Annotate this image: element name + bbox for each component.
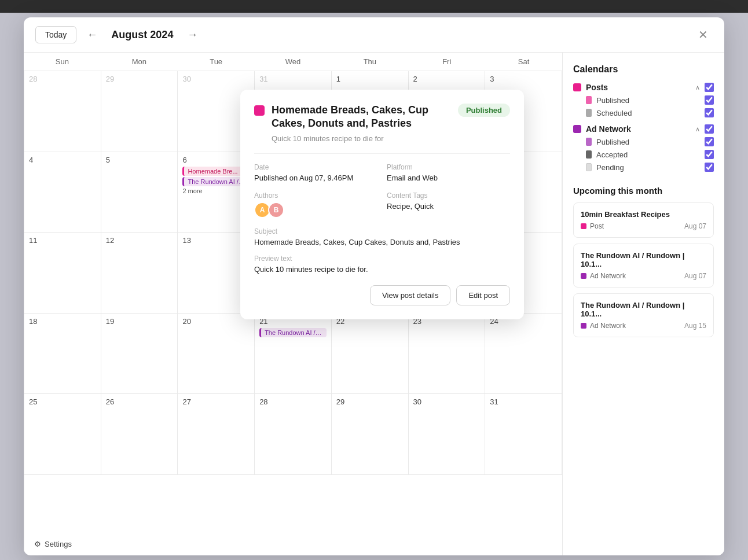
event-popup: Homemade Breads, Cakes, Cup Cakes, Donut… <box>240 90 524 319</box>
today-button[interactable]: Today <box>35 26 76 43</box>
upcoming-2-type: Ad Network <box>590 272 681 280</box>
popup-subject-field: Subject Homemade Breads, Cakes, Cup Cake… <box>254 227 510 246</box>
day-header-wed: Wed <box>255 53 332 71</box>
month-nav: ← August 2024 → <box>82 27 202 42</box>
upcoming-3-type: Ad Network <box>590 322 681 330</box>
adnetwork-group-header[interactable]: Ad Network ∧ <box>573 124 714 134</box>
posts-published-label: Published <box>596 96 700 105</box>
popup-authors-label: Authors <box>254 191 377 200</box>
upcoming-2-date: Aug 07 <box>684 272 706 280</box>
posts-published-item[interactable]: Published <box>573 94 714 106</box>
adnetwork-published-dot <box>586 138 592 146</box>
posts-checkbox[interactable] <box>705 83 714 92</box>
adnetwork-accepted-checkbox[interactable] <box>705 150 714 159</box>
upcoming-card-2[interactable]: The Rundown AI / Rundown | 10.1... Ad Ne… <box>573 244 714 288</box>
upcoming-1-type: Post <box>590 222 681 230</box>
cal-cell[interactable]: 11 <box>24 233 101 314</box>
upcoming-card-1[interactable]: 10min Breakfast Recipes Post Aug 07 <box>573 202 714 238</box>
cal-cell[interactable]: 28 <box>24 71 101 152</box>
upcoming-card-1-meta: Post Aug 07 <box>581 222 706 230</box>
top-bar <box>0 0 748 13</box>
calendar-header: Today ← August 2024 → ✕ <box>24 17 724 53</box>
popup-date-label: Date <box>254 163 377 171</box>
cal-cell-21[interactable]: 21 The Rundown AI / Rundown | 10.14... <box>255 314 332 395</box>
posts-scheduled-item[interactable]: Scheduled <box>573 107 714 119</box>
author-avatars: A B <box>254 202 377 218</box>
day-header-sat: Sat <box>485 53 562 71</box>
cal-cell[interactable]: 29 <box>101 71 178 152</box>
adnetwork-accepted-item[interactable]: Accepted <box>573 149 714 160</box>
adnetwork-pending-label: Pending <box>596 163 700 172</box>
next-month-button[interactable]: → <box>182 27 202 42</box>
adnetwork-published-label: Published <box>596 138 700 146</box>
cal-cell[interactable]: 4 <box>24 152 101 233</box>
cal-cell[interactable]: 24 <box>485 314 562 395</box>
adnetwork-label: Ad Network <box>586 124 691 134</box>
settings-gear-icon: ⚙ <box>34 540 41 548</box>
popup-subject-label: Subject <box>254 227 510 235</box>
popup-actions: View post details Edit post <box>254 285 510 305</box>
close-button[interactable]: ✕ <box>694 25 713 44</box>
upcoming-1-dot <box>581 223 586 229</box>
upcoming-card-3-title: The Rundown AI / Rundown | 10.1... <box>581 301 706 318</box>
cal-cell[interactable]: 28 <box>255 394 332 475</box>
settings-label: Settings <box>45 540 72 548</box>
event-homemade[interactable]: Homemade Bre... 9.46 PM <box>182 167 250 176</box>
posts-chevron-icon: ∧ <box>695 84 700 91</box>
adnetwork-accepted-label: Accepted <box>596 150 700 159</box>
published-badge: Published <box>458 104 510 117</box>
day-headers: Sun Mon Tue Wed Thu Fri Sat <box>24 53 562 71</box>
prev-month-button[interactable]: ← <box>82 27 102 42</box>
popup-header: Homemade Breads, Cakes, Cup Cakes, Donut… <box>254 104 510 131</box>
popup-authors-field: Authors A B <box>254 191 377 218</box>
calendar-sidebar: Calendars Posts ∧ Published <box>562 53 724 555</box>
popup-date-field: Date Published on Aug 07, 9.46PM <box>254 163 377 182</box>
avatar-2: B <box>268 202 284 218</box>
adnetwork-checkbox[interactable] <box>705 124 714 134</box>
event-rundown-1[interactable]: The Rundown AI / Rundown | 10.1... <box>182 177 250 186</box>
event-rundown-21[interactable]: The Rundown AI / Rundown | 10.14... <box>259 328 327 337</box>
edit-post-button[interactable]: Edit post <box>456 285 510 305</box>
cal-cell[interactable]: 23 <box>409 314 486 395</box>
upcoming-card-2-meta: Ad Network Aug 07 <box>581 272 706 280</box>
adnetwork-pending-checkbox[interactable] <box>705 163 714 172</box>
popup-subtitle: Quick 10 minutes recipe to die for <box>272 134 510 143</box>
cal-cell[interactable]: 5 <box>101 152 178 233</box>
cal-cell[interactable]: 27 <box>178 394 255 475</box>
posts-scheduled-checkbox[interactable] <box>705 108 714 117</box>
cal-cell[interactable]: 20 <box>178 314 255 395</box>
upcoming-card-3[interactable]: The Rundown AI / Rundown | 10.1... Ad Ne… <box>573 293 714 337</box>
posts-published-dot <box>586 96 592 104</box>
popup-tags-field: Content tags Recipe, Quick <box>387 191 510 218</box>
cal-cell[interactable]: 29 <box>332 394 409 475</box>
upcoming-title: Upcoming this month <box>573 186 714 196</box>
settings-footer[interactable]: ⚙ Settings <box>34 540 72 548</box>
cal-cell[interactable]: 31 <box>485 394 562 475</box>
view-post-details-button[interactable]: View post details <box>370 285 450 305</box>
adnetwork-published-checkbox[interactable] <box>705 137 714 146</box>
cal-cell[interactable]: 12 <box>101 233 178 314</box>
upcoming-card-2-title: The Rundown AI / Rundown | 10.1... <box>581 251 706 268</box>
cal-cell[interactable]: 18 <box>24 314 101 395</box>
cal-cell[interactable]: 30 <box>409 394 486 475</box>
day-header-sun: Sun <box>24 53 101 71</box>
popup-preview-value: Quick 10 minutes recipe to die for. <box>254 265 510 274</box>
day-header-thu: Thu <box>331 53 408 71</box>
cal-cell[interactable]: 22 <box>332 314 409 395</box>
more-events-link[interactable]: 2 more <box>182 187 250 194</box>
adnetwork-pending-item[interactable]: Pending <box>573 161 714 173</box>
popup-color-dot <box>254 105 265 116</box>
cal-cell[interactable]: 19 <box>101 314 178 395</box>
cal-cell[interactable]: 26 <box>101 394 178 475</box>
posts-dot <box>573 83 581 91</box>
posts-label: Posts <box>586 83 691 92</box>
adnetwork-pending-dot <box>586 163 592 171</box>
adnetwork-published-item[interactable]: Published <box>573 136 714 148</box>
posts-scheduled-dot <box>586 109 592 117</box>
posts-group-header[interactable]: Posts ∧ <box>573 83 714 92</box>
popup-divider <box>254 153 510 154</box>
adnetwork-chevron-icon: ∧ <box>695 126 700 133</box>
popup-preview-label: Preview text <box>254 255 510 263</box>
cal-cell[interactable]: 25 <box>24 394 101 475</box>
posts-published-checkbox[interactable] <box>705 95 714 105</box>
